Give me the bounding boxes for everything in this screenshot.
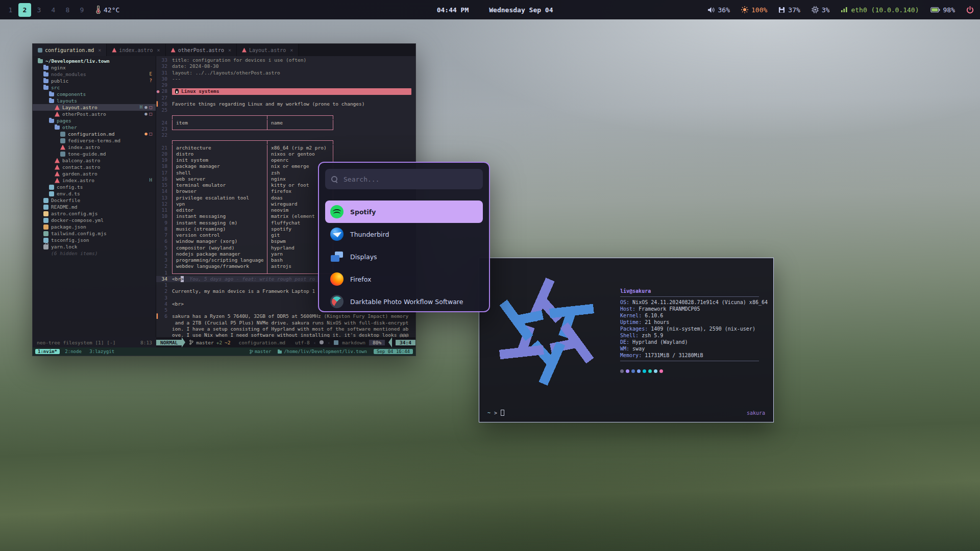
tree-item[interactable]: pages bbox=[33, 117, 156, 124]
penguin-icon bbox=[175, 89, 179, 94]
tree-item[interactable]: Dockerfile bbox=[33, 197, 156, 204]
launcher-item[interactable]: Darktable Photo Workflow Software bbox=[325, 290, 483, 312]
close-tab-icon[interactable]: × bbox=[228, 47, 231, 53]
tmux-window[interactable]: 3:lazygit bbox=[87, 349, 117, 354]
tree-item[interactable]: components bbox=[33, 91, 156, 97]
table-border bbox=[172, 115, 333, 119]
tree-item[interactable]: package.json bbox=[33, 223, 156, 230]
editor-line: ove. I use Nix when I need software with… bbox=[156, 332, 415, 337]
tree-item[interactable]: tailwind.config.mjs bbox=[33, 230, 156, 237]
tmux-window[interactable]: 2:node bbox=[62, 349, 84, 354]
battery-module[interactable]: 98% bbox=[930, 6, 955, 14]
file-icon bbox=[43, 231, 48, 236]
tree-item[interactable]: env.d.ts bbox=[33, 190, 156, 197]
sign-column bbox=[156, 188, 160, 194]
sign-column bbox=[156, 107, 160, 113]
tree-item[interactable]: node_modules E bbox=[33, 71, 156, 78]
network-module[interactable]: eth0 (10.0.0.140) bbox=[841, 6, 919, 14]
app-label: Thunderbird bbox=[350, 231, 389, 238]
file-icon bbox=[60, 152, 65, 157]
shell-prompt[interactable]: ~ > bbox=[487, 410, 504, 416]
git-status-marks: H bbox=[150, 177, 152, 184]
neotree-cursor-pos: 8:13 bbox=[140, 340, 152, 345]
clock: 04:44 PM Wednesday Sep 04 bbox=[437, 6, 553, 14]
tmux-window[interactable]: 1:nvim* bbox=[35, 349, 60, 354]
workspace-button[interactable]: 3 bbox=[33, 3, 45, 17]
table-cell-item: architecture bbox=[172, 145, 267, 151]
line-number: 22 bbox=[160, 132, 172, 138]
powerline-separator bbox=[388, 337, 392, 347]
tree-item[interactable]: layouts bbox=[33, 97, 156, 104]
tree-item[interactable]: (6 hidden items) bbox=[33, 250, 156, 257]
tree-item[interactable]: astro.config.mjs bbox=[33, 210, 156, 217]
tree-item[interactable]: configuration.md ●□ bbox=[33, 131, 156, 137]
launcher-item[interactable]: Firefox bbox=[325, 268, 483, 290]
close-tab-icon[interactable]: × bbox=[290, 47, 293, 53]
close-tab-icon[interactable]: × bbox=[98, 47, 101, 53]
git-branch-icon bbox=[189, 340, 193, 345]
tree-item[interactable]: config.ts bbox=[33, 184, 156, 190]
encoding-indicator: utf-8 bbox=[295, 340, 310, 345]
line-text: ion. I have a setup consisting of Hyprla… bbox=[172, 326, 408, 332]
launcher-item[interactable]: Thunderbird bbox=[325, 223, 483, 245]
tree-item[interactable]: index.astro H bbox=[33, 177, 156, 184]
sign-column bbox=[156, 301, 160, 307]
cpu-module[interactable]: 3% bbox=[812, 6, 830, 14]
tree-item[interactable]: contact.astro bbox=[33, 164, 156, 170]
search-input[interactable] bbox=[342, 175, 477, 184]
tree-item[interactable]: balcony.astro bbox=[33, 157, 156, 164]
tree-item-label: components bbox=[57, 91, 86, 97]
file-icon bbox=[43, 251, 48, 256]
tree-item[interactable]: index.astro bbox=[33, 144, 156, 151]
git-status-marks: ? bbox=[150, 78, 152, 84]
tree-item[interactable]: garden.astro bbox=[33, 170, 156, 177]
divider bbox=[620, 296, 759, 297]
tree-item[interactable]: other bbox=[33, 124, 156, 131]
line-number bbox=[160, 113, 172, 119]
tree-item[interactable]: fediverse-terms.md bbox=[33, 137, 156, 144]
workspace-button[interactable]: 4 bbox=[47, 3, 60, 17]
tree-item[interactable]: src bbox=[33, 84, 156, 91]
volume-module[interactable]: 36% bbox=[707, 6, 730, 14]
terminal-window: liv@sakura OS NixOS 24.11.20240828.71e91… bbox=[479, 258, 774, 422]
brightness-module[interactable]: 100% bbox=[741, 6, 767, 14]
tree-item-label: index.astro bbox=[68, 144, 100, 151]
launcher-search[interactable] bbox=[325, 169, 483, 189]
tree-item[interactable]: tsconfig.json bbox=[33, 237, 156, 243]
search-icon bbox=[331, 176, 338, 183]
sign-column: ▍ bbox=[156, 313, 160, 319]
tree-item[interactable]: Layout.astro H●□ bbox=[33, 104, 156, 111]
workspace-button[interactable]: 8 bbox=[61, 3, 74, 17]
tree-item[interactable]: docker-compose.yml bbox=[33, 217, 156, 223]
tree-item[interactable]: nginx bbox=[33, 64, 156, 71]
filetype-icon bbox=[112, 48, 116, 53]
disk-module[interactable]: 37% bbox=[778, 6, 800, 14]
tree-item[interactable]: otherPost.astro ●□ bbox=[33, 111, 156, 117]
volume-value: 36% bbox=[718, 6, 730, 14]
filetype-icon bbox=[171, 48, 176, 53]
sign-column bbox=[156, 207, 160, 213]
editor-tab[interactable]: Layout.astro × bbox=[237, 44, 299, 56]
launcher-item[interactable]: Spotify bbox=[325, 201, 483, 223]
tab-label: otherPost.astro bbox=[178, 47, 224, 53]
workspace-button[interactable]: 9 bbox=[76, 3, 88, 17]
launcher-item[interactable]: Displays bbox=[325, 245, 483, 268]
line-number: 15 bbox=[160, 182, 172, 188]
editor-tab[interactable]: index.astro × bbox=[107, 44, 165, 56]
tree-item[interactable]: public ? bbox=[33, 78, 156, 84]
workspace-button[interactable]: 1 bbox=[4, 3, 17, 17]
power-button[interactable] bbox=[966, 6, 974, 14]
close-tab-icon[interactable]: × bbox=[157, 47, 160, 53]
tree-item[interactable]: tone-guide.md bbox=[33, 151, 156, 157]
tree-item[interactable]: ~/Development/liv.town bbox=[33, 58, 156, 64]
tree-item[interactable]: yarn.lock bbox=[33, 243, 156, 250]
editor-line: 22 bbox=[156, 132, 415, 138]
sign-column bbox=[156, 276, 160, 282]
editor-tab[interactable]: otherPost.astro × bbox=[166, 44, 237, 56]
editor-tab[interactable]: configuration.md × bbox=[33, 44, 107, 56]
editor-line: 25 bbox=[156, 107, 415, 113]
table-cell-item: item bbox=[172, 120, 267, 126]
table-cell-item: webdev language/framework bbox=[172, 263, 267, 269]
tree-item[interactable]: README.md bbox=[33, 204, 156, 210]
workspace-button[interactable]: 2 bbox=[18, 3, 31, 17]
